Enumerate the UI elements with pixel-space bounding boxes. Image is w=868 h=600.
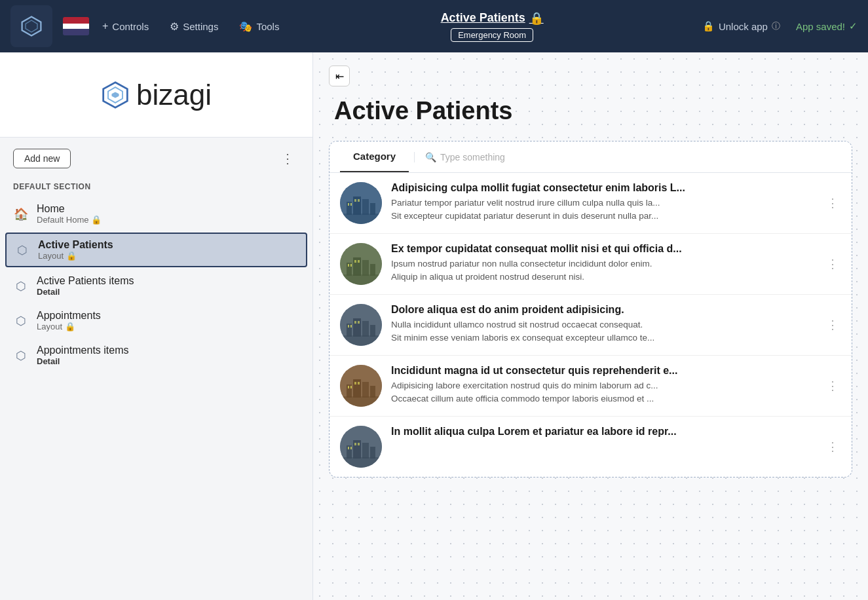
list-item-menu-2[interactable]: ⋮ xyxy=(824,315,841,335)
sidebar-item-appointments[interactable]: ⬡ Appointments Layout 🔒 xyxy=(0,303,312,338)
controls-nav-item[interactable]: + Controls xyxy=(94,16,157,36)
svg-rect-10 xyxy=(340,214,382,224)
list-item-menu-4[interactable]: ⋮ xyxy=(824,437,841,457)
sidebar-item-name-4: Appointments items xyxy=(37,345,129,356)
svg-rect-44 xyxy=(358,382,360,384)
svg-rect-14 xyxy=(358,199,360,202)
sidebar-item-sub-2: Detail xyxy=(37,287,134,297)
svg-rect-7 xyxy=(353,197,361,215)
list-item-3[interactable]: Incididunt magna id ut consectetur quis … xyxy=(330,356,852,417)
sidebar-item-sub-0: Default Home 🔒 xyxy=(37,215,102,225)
emergency-room-label: Emergency Room xyxy=(458,30,526,40)
list-item-content-0: Adipisicing culpa mollit fugiat consecte… xyxy=(391,182,815,223)
svg-rect-47 xyxy=(353,440,361,459)
list-item-title-4: In mollit aliqua culpa Lorem et pariatur… xyxy=(391,426,815,438)
list-item-0[interactable]: Adipisicing culpa mollit fugiat consecte… xyxy=(330,173,852,234)
page-title: Active Patients xyxy=(329,97,852,125)
list-item-menu-3[interactable]: ⋮ xyxy=(824,376,841,396)
app-logo-box xyxy=(10,5,52,47)
unlock-icon: 🔒 xyxy=(702,20,715,32)
list-item-4[interactable]: In mollit aliqua culpa Lorem et pariatur… xyxy=(330,417,852,477)
sidebar: bizagi Add new ⋮ DEFAULT SECTION 🏠 Home … xyxy=(0,52,313,600)
search-area[interactable]: 🔍 Type something xyxy=(414,152,516,162)
sidebar-item-name-3: Appointments xyxy=(37,310,101,322)
svg-rect-11 xyxy=(348,203,349,206)
list-item-content-4: In mollit aliqua culpa Lorem et pariatur… xyxy=(391,426,815,440)
list-item-title-2: Dolore aliqua est do anim proident adipi… xyxy=(391,304,815,316)
list-item-menu-0[interactable]: ⋮ xyxy=(824,193,841,213)
svg-marker-1 xyxy=(26,20,37,32)
svg-rect-30 xyxy=(340,335,382,346)
flag-icon[interactable] xyxy=(63,17,89,35)
svg-marker-0 xyxy=(22,17,41,36)
unlock-app-button[interactable]: 🔒 Unlock app ⓘ xyxy=(697,18,785,35)
content-area: ⇤ Active Patients Category 🔍 Type someth… xyxy=(313,52,868,600)
list-item-line2-3: Occaecat cillum aute officia commodo tem… xyxy=(391,392,815,405)
unlock-label: Unlock app xyxy=(719,21,768,32)
svg-rect-8 xyxy=(362,199,369,215)
svg-rect-34 xyxy=(358,321,360,324)
nav-title-text-content: Active Patients xyxy=(441,11,525,25)
tools-nav-item[interactable]: 🎭 Tools xyxy=(231,16,287,37)
svg-rect-43 xyxy=(354,382,356,384)
add-new-button[interactable]: Add new xyxy=(13,149,71,168)
app-saved-label: App saved! xyxy=(796,21,845,32)
app-saved-indicator: App saved! ✓ xyxy=(796,20,858,32)
tab-category[interactable]: Category xyxy=(340,141,409,172)
sidebar-item-name-2: Active Patients items xyxy=(37,275,134,287)
bizagi-wordmark: bizagi xyxy=(136,79,212,111)
sidebar-item-texts-1: Active Patients Layout 🔒 xyxy=(38,239,113,261)
sidebar-item-name-0: Home xyxy=(37,203,102,215)
collapse-icon: ⇤ xyxy=(335,70,344,83)
lock-icon: 🔒 xyxy=(529,11,544,26)
svg-rect-48 xyxy=(362,443,369,459)
list-item-menu-1[interactable]: ⋮ xyxy=(824,254,841,274)
settings-icon: ⚙ xyxy=(170,20,179,33)
sidebar-item-icon-4: ⬡ xyxy=(13,348,29,363)
svg-rect-38 xyxy=(362,382,369,398)
nav-center: Active Patients 🔒 Emergency Room xyxy=(292,11,691,42)
svg-rect-12 xyxy=(350,203,352,206)
list-item-avatar-1 xyxy=(340,243,382,285)
sidebar-item-texts-0: Home Default Home 🔒 xyxy=(37,203,102,225)
sidebar-item-sub-4: Detail xyxy=(37,356,129,366)
list-item-line1-3: Adipisicing labore exercitation nostrud … xyxy=(391,379,815,392)
list-card: Category 🔍 Type something xyxy=(329,141,852,478)
default-section-label: DEFAULT SECTION xyxy=(0,179,312,197)
list-item-title-0: Adipisicing culpa mollit fugiat consecte… xyxy=(391,182,815,194)
list-item-avatar-0 xyxy=(340,182,382,224)
svg-rect-20 xyxy=(340,274,382,285)
bizagi-logo: bizagi xyxy=(101,79,212,111)
sidebar-item-home[interactable]: 🏠 Home Default Home 🔒 xyxy=(0,197,312,231)
sidebar-item-texts-4: Appointments items Detail xyxy=(37,345,129,366)
tools-label: Tools xyxy=(256,21,279,32)
settings-nav-item[interactable]: ⚙ Settings xyxy=(162,16,226,37)
sidebar-item-active-patients[interactable]: ⬡ Active Patients Layout 🔒 xyxy=(5,233,307,267)
svg-rect-13 xyxy=(354,199,356,202)
svg-rect-49 xyxy=(370,447,375,459)
settings-label: Settings xyxy=(183,21,218,32)
sidebar-item-active-patients-items[interactable]: ⬡ Active Patients items Detail xyxy=(0,269,312,303)
sidebar-item-appointments-items[interactable]: ⬡ Appointments items Detail xyxy=(0,338,312,373)
sidebar-items-list: 🏠 Home Default Home 🔒 ⬡ Active Patients … xyxy=(0,197,312,373)
controls-label: Controls xyxy=(112,21,149,32)
collapse-sidebar-button[interactable]: ⇤ xyxy=(329,66,350,86)
list-item-title-3: Incididunt magna id ut consectetur quis … xyxy=(391,365,815,377)
svg-rect-18 xyxy=(362,260,369,276)
svg-marker-4 xyxy=(112,92,119,98)
nav-active-patients-title[interactable]: Active Patients 🔒 xyxy=(441,11,544,26)
svg-rect-53 xyxy=(354,443,356,445)
list-item-1[interactable]: Ex tempor cupidatat consequat mollit nis… xyxy=(330,234,852,295)
svg-rect-39 xyxy=(370,386,375,398)
sidebar-item-icon-2: ⬡ xyxy=(13,279,29,293)
list-item-2[interactable]: Dolore aliqua est do anim proident adipi… xyxy=(330,295,852,356)
list-item-content-1: Ex tempor cupidatat consequat mollit nis… xyxy=(391,243,815,284)
svg-rect-24 xyxy=(358,260,360,263)
top-navbar: + Controls ⚙ Settings 🎭 Tools Active Pat… xyxy=(0,0,868,52)
more-options-button[interactable]: ⋮ xyxy=(276,148,299,169)
card-tabs: Category 🔍 Type something xyxy=(330,141,852,173)
svg-rect-9 xyxy=(370,203,375,215)
svg-rect-32 xyxy=(350,325,352,328)
list-item-line2-0: Sit excepteur cupidatat pariatur deserun… xyxy=(391,210,815,223)
tools-icon: 🎭 xyxy=(239,20,252,33)
